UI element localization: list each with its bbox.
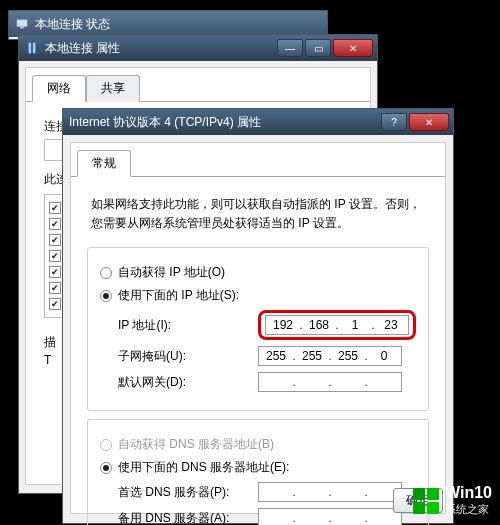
gateway-label: 默认网关(D): [118,374,258,391]
connection-properties-title: 本地连接 属性 [45,40,277,57]
label-ip-auto: 自动获得 IP 地址(O) [118,264,225,281]
dns-group: 自动获得 DNS 服务器地址(B) 使用下面的 DNS 服务器地址(E): 首选… [87,419,429,525]
dns-pref-input[interactable]: . . . [258,482,402,502]
ip-group: 自动获得 IP 地址(O) 使用下面的 IP 地址(S): IP 地址(I): … [87,247,429,411]
ip-address-highlight: 192. 168. 1. 23 [258,310,416,340]
connection-properties-titlebar: 本地连接 属性 — ▭ ✕ [19,35,377,61]
proto-checkbox[interactable] [49,218,61,230]
svg-rect-0 [17,20,28,27]
radio-dns-auto [100,439,112,451]
ip-address-input[interactable]: 192. 168. 1. 23 [265,315,409,335]
label-dns-manual: 使用下面的 DNS 服务器地址(E): [118,459,289,476]
connection-tabs: 网络 共享 [26,74,370,102]
close-button[interactable]: ✕ [409,113,449,131]
subnet-label: 子网掩码(U): [118,348,258,365]
ipv4-tabs: 常规 [71,149,445,177]
maximize-button[interactable]: ▭ [305,39,331,57]
minimize-button[interactable]: — [277,39,303,57]
radio-ip-manual[interactable] [100,290,112,302]
proto-checkbox[interactable] [49,234,61,246]
dns-alt-label: 备用 DNS 服务器(A): [118,510,258,525]
ip-address-label: IP 地址(I): [118,317,258,334]
proto-checkbox[interactable] [49,298,61,310]
connection-icon [25,41,39,55]
ipv4-properties-window: Internet 协议版本 4 (TCP/IPv4) 属性 ? ✕ 常规 如果网… [62,108,454,524]
proto-checkbox[interactable] [49,250,61,262]
tab-general[interactable]: 常规 [77,150,131,177]
ipv4-titlebar: Internet 协议版本 4 (TCP/IPv4) 属性 ? ✕ [63,109,453,135]
network-icon [15,17,29,31]
status-window-title: 本地连接 状态 [35,16,323,33]
svg-rect-3 [33,43,36,54]
watermark-logo: Win10 系统之家 [413,484,492,517]
svg-rect-2 [29,43,32,54]
help-button[interactable]: ? [381,113,407,131]
ipv4-description: 如果网络支持此功能，则可以获取自动指派的 IP 设置。否则，您需要从网络系统管理… [91,195,425,233]
brand-name: Win10 [445,484,492,502]
label-dns-auto: 自动获得 DNS 服务器地址(B) [118,436,274,453]
ipv4-title: Internet 协议版本 4 (TCP/IPv4) 属性 [69,114,381,131]
label-ip-manual: 使用下面的 IP 地址(S): [118,287,239,304]
tab-network[interactable]: 网络 [32,75,86,102]
radio-dns-manual[interactable] [100,462,112,474]
proto-checkbox[interactable] [49,202,61,214]
svg-rect-1 [20,27,24,29]
windows-icon [413,488,439,514]
brand-sub: 系统之家 [445,502,492,517]
close-button[interactable]: ✕ [333,39,373,57]
gateway-input[interactable]: . . . [258,372,402,392]
dns-pref-label: 首选 DNS 服务器(P): [118,484,258,501]
tab-share[interactable]: 共享 [86,75,140,102]
subnet-input[interactable]: 255. 255. 255. 0 [258,346,402,366]
proto-checkbox[interactable] [49,282,61,294]
dns-alt-input[interactable]: . . . [258,508,402,525]
radio-ip-auto[interactable] [100,267,112,279]
proto-checkbox[interactable] [49,266,61,278]
